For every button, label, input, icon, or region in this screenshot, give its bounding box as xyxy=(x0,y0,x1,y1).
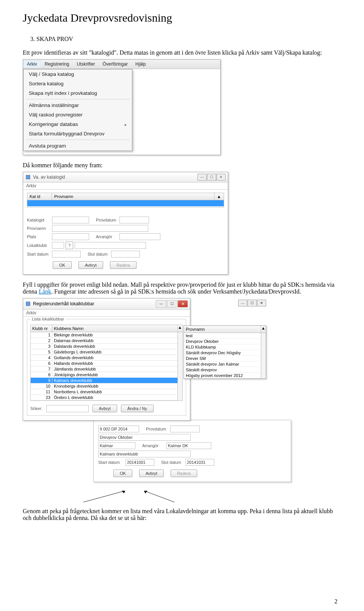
ok2-button[interactable]: OK xyxy=(113,470,132,477)
reg-legend-box: Lista lokalklubbar Klubb nr Klubbens Nam… xyxy=(27,319,186,416)
reg-legend-label: Lista lokalklubbar xyxy=(30,317,66,321)
screenshot-register-dialog: Registerunderhåll lokalklubbar — ☐ ✕ Ark… xyxy=(23,298,190,421)
fld-katalogid[interactable] xyxy=(52,217,89,223)
list-item[interactable]: 23Örebro L dreverklubb xyxy=(31,395,177,401)
list-item[interactable]: Särskilt drevprov Dec Högsby xyxy=(184,350,261,356)
question-button[interactable]: ? xyxy=(66,242,73,249)
fld2-provdatum[interactable] xyxy=(170,426,200,432)
fld-arrangor[interactable] xyxy=(119,233,160,240)
reg-minimize-button[interactable]: — xyxy=(156,300,166,308)
svg-line-4 xyxy=(144,491,174,502)
fld2-startdatum[interactable]: 20141001 xyxy=(126,459,154,466)
rl-scrollbar[interactable] xyxy=(261,333,266,379)
selected-row[interactable] xyxy=(27,200,224,206)
rl-maximize-button[interactable]: ☐ xyxy=(248,300,257,306)
list-item[interactable]: Drevprov Oktober xyxy=(184,339,261,344)
section-header: 3. SKAPA PROV xyxy=(30,36,334,42)
list-item[interactable]: Högsby provet november 2012 xyxy=(184,373,261,379)
list-item[interactable]: Särskilt drevprov xyxy=(184,367,261,373)
rl-close-button[interactable]: ✕ xyxy=(257,300,266,306)
fld2-slutdatum[interactable]: 20141031 xyxy=(185,459,214,466)
fld-lokalklubb[interactable] xyxy=(52,242,64,249)
list-item[interactable]: 8Jönköpings dreverklubb xyxy=(31,372,177,378)
menubar-item-hjälp[interactable]: Hjälp xyxy=(132,60,149,68)
list-item[interactable]: Drever SM xyxy=(184,356,261,361)
menu-item[interactable]: Starta formulärbyggnad Drevprov xyxy=(24,129,132,138)
list-item[interactable]: test xyxy=(184,333,261,339)
menubar-item-registrering[interactable]: Registrering xyxy=(41,60,73,68)
maximize-button[interactable]: ☐ xyxy=(207,174,216,181)
list-item-nr: 23 xyxy=(31,395,52,400)
chevron-right-icon xyxy=(125,121,127,127)
menu-item[interactable]: Korrigeringar databas xyxy=(24,119,132,129)
menubar-item-överföringar[interactable]: Överföringar xyxy=(99,60,132,68)
list-item[interactable]: 2Dalarnas dreverklubb xyxy=(31,338,177,344)
fld2-provnamn[interactable]: Drevprov Oktober xyxy=(98,434,191,441)
screenshot-provnamn-list: Provnamn ▲ testDrevprov OktoberKLD Klubb… xyxy=(184,325,266,379)
fld-plats[interactable] xyxy=(52,233,89,240)
fld-lokalklubb-name[interactable] xyxy=(75,242,146,249)
list-item-nr: 2 xyxy=(31,338,52,343)
avbryt2-button[interactable]: Avbryt xyxy=(139,470,164,477)
reg-th-name[interactable]: Klubbens Namn xyxy=(52,325,177,332)
fld-provnamn[interactable] xyxy=(52,225,148,232)
list-item[interactable]: 4Gotlands dreverklubb xyxy=(31,355,177,361)
menu-item[interactable]: Välj raskod provregister xyxy=(24,110,132,119)
list-item[interactable]: 9Kalmars dreverklubb xyxy=(31,378,177,383)
fld2-lokalklubb[interactable]: Kalmars dreverklubb xyxy=(98,451,191,457)
avbryt-button[interactable]: Avbryt xyxy=(78,261,103,269)
menubar-item-utskrifter[interactable]: Utskrifter xyxy=(73,60,99,68)
dialog-table-body[interactable] xyxy=(27,200,224,207)
svg-rect-0 xyxy=(26,175,30,179)
list-item[interactable]: 10Kronobergs dreverklubb xyxy=(31,383,177,389)
radera2-button[interactable]: Radera xyxy=(171,470,197,477)
list-item-nr: 8 xyxy=(31,372,52,377)
list-item[interactable]: 3Dalslands dreverklubb xyxy=(31,344,177,349)
rl-minimize-button[interactable]: — xyxy=(238,300,247,306)
intro-paragraph: Ett prov identifieras av sitt "katalogid… xyxy=(23,49,341,56)
lbl-startdatum: Start datum xyxy=(27,252,52,256)
list-item[interactable]: 5Gävleborgs L dreverklubb xyxy=(31,349,177,355)
th-katid[interactable]: Kat id xyxy=(27,193,52,200)
list-item[interactable]: 1Blekinge dreverklubb xyxy=(31,332,177,338)
fld-startdatum[interactable] xyxy=(52,251,81,258)
reg-arkiv-strip[interactable]: Arkiv xyxy=(23,309,190,317)
th-provnamn[interactable]: Provnamn xyxy=(52,193,215,200)
svg-marker-5 xyxy=(144,491,147,493)
reg-soker-field[interactable] xyxy=(46,405,89,412)
reg-scrollbar[interactable] xyxy=(177,332,182,401)
list-item[interactable]: 7Jämtlands dreverklubb xyxy=(31,366,177,372)
dialog-arkiv-strip[interactable]: Arkiv xyxy=(23,182,228,190)
fld-provdatum[interactable] xyxy=(119,217,149,223)
menu-item[interactable]: Sortera katalog xyxy=(24,79,132,88)
after-menu-paragraph: Då kommer följande meny fram: xyxy=(23,162,341,169)
minimize-button[interactable]: — xyxy=(198,174,207,181)
rl-header[interactable]: Provnamn xyxy=(184,326,261,333)
menu-item[interactable]: Välj / Skapa katalog xyxy=(24,69,132,79)
menu-item[interactable]: Skapa nytt index i provkatalog xyxy=(24,88,132,98)
fld2-katalogid[interactable]: 9 002 DP 2014 xyxy=(98,426,139,432)
reg-andra-button[interactable]: Ändra / Ny xyxy=(121,405,154,412)
fld-slutdatum[interactable] xyxy=(111,251,140,258)
fld2-arrangor[interactable]: Kalmar DK xyxy=(166,442,211,449)
link-lank[interactable]: Länk xyxy=(39,288,51,295)
close-button[interactable]: ✕ xyxy=(217,174,226,181)
ok-button[interactable]: OK xyxy=(53,261,72,269)
list-item[interactable]: KLD Klubbkamp xyxy=(184,344,261,350)
menu-item[interactable]: Allmänna inställningar xyxy=(24,101,132,110)
list-item[interactable]: Särskilt drevprov Jan Kalmar xyxy=(184,361,261,367)
form-fields: Katalogid Provdatum Provnamn Plats Arran… xyxy=(27,217,224,269)
list-item[interactable]: 11Norrbottens L dreverklubb xyxy=(31,389,177,395)
dialog-icon xyxy=(25,174,31,180)
radera-button[interactable]: Radera xyxy=(110,261,136,269)
list-item[interactable]: 6Hallands dreverklubb xyxy=(31,361,177,366)
reg-avbryt-button[interactable]: Avbryt xyxy=(93,405,117,412)
menubar-item-arkiv[interactable]: Arkiv xyxy=(23,60,41,68)
dialog-table-header: Kat id Provnamn ▲ xyxy=(27,193,224,200)
list-item-name: Jönköpings dreverklubb xyxy=(52,372,177,377)
reg-maximize-button[interactable]: ☐ xyxy=(167,300,177,308)
reg-th-nr[interactable]: Klubb nr xyxy=(31,325,52,332)
reg-close-button[interactable]: ✕ xyxy=(178,300,188,307)
menu-item[interactable]: Avsluta program xyxy=(24,141,132,151)
fld2-plats[interactable]: Kalmar xyxy=(98,442,135,449)
